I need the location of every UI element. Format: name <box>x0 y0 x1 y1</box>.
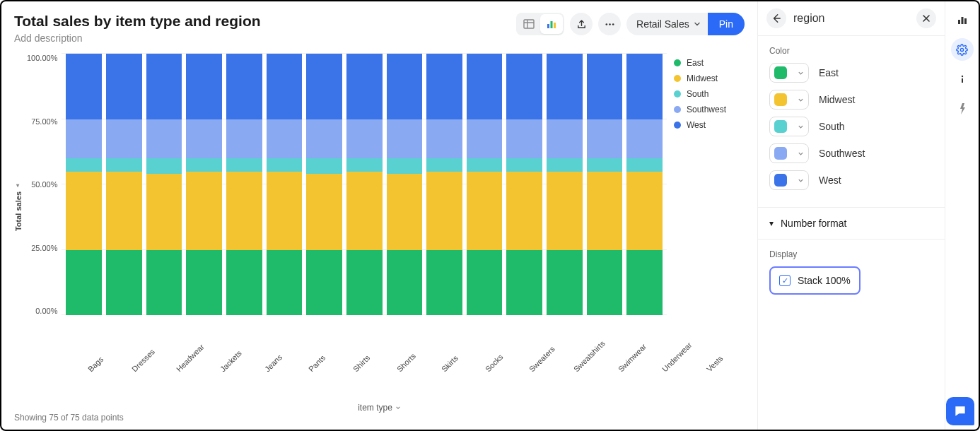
data-source-dropdown[interactable]: Retail Sales <box>626 13 708 35</box>
y-axis-ticks: 100.00%75.00%50.00%25.00%0.00% <box>23 54 62 315</box>
color-name: South <box>819 121 845 132</box>
color-picker[interactable] <box>769 143 809 163</box>
svg-point-12 <box>961 76 962 77</box>
data-source-label: Retail Sales <box>636 18 689 30</box>
chevron-down-icon <box>694 20 701 28</box>
color-section-label: Color <box>769 46 933 56</box>
close-panel-button[interactable] <box>916 8 936 28</box>
color-picker[interactable] <box>769 170 809 190</box>
chevron-down-icon <box>395 405 401 411</box>
bar-sweaters[interactable] <box>467 54 503 315</box>
rail-info-button[interactable] <box>951 68 974 90</box>
rail-settings-button[interactable] <box>951 38 974 61</box>
checkbox-checked-icon: ✓ <box>779 275 791 286</box>
svg-rect-4 <box>551 21 553 28</box>
bar-shorts[interactable] <box>346 54 383 315</box>
bar-headwear[interactable] <box>146 54 182 315</box>
chart-view-button[interactable] <box>540 14 563 34</box>
data-point-count: Showing 75 of 75 data points <box>14 413 745 423</box>
svg-rect-13 <box>962 78 963 83</box>
bar-swimwear[interactable] <box>547 54 583 315</box>
chart-legend: EastMidwestSouthSouthwestWest <box>667 54 745 360</box>
bar-shirts[interactable] <box>306 54 342 315</box>
rail-chart-button[interactable] <box>951 8 974 31</box>
view-toggle <box>516 13 564 35</box>
description-placeholder[interactable]: Add description <box>14 33 261 44</box>
color-picker[interactable] <box>769 63 809 83</box>
svg-point-8 <box>612 23 614 25</box>
svg-rect-11 <box>964 18 967 24</box>
chevron-down-icon: ▾ <box>769 218 774 228</box>
rail-actions-button[interactable] <box>951 98 974 120</box>
color-assignment-row: East <box>769 63 933 83</box>
y-axis-label: Total sales <box>14 182 23 231</box>
config-panel: region Color EastMidwestSouthSouthwestWe… <box>757 1 945 430</box>
bar-bags[interactable] <box>66 54 102 315</box>
bar-dresses[interactable] <box>106 54 142 315</box>
chart-plot <box>62 54 667 315</box>
display-section-label: Display <box>769 249 933 259</box>
svg-point-6 <box>605 23 607 25</box>
svg-point-7 <box>609 23 611 25</box>
more-options-button[interactable] <box>598 13 621 35</box>
svg-rect-5 <box>554 23 556 28</box>
color-assignment-row: West <box>769 170 933 190</box>
color-name: East <box>819 67 839 78</box>
share-button[interactable] <box>570 13 593 35</box>
bar-socks[interactable] <box>426 54 462 315</box>
chat-widget[interactable] <box>946 397 974 425</box>
color-name: Midwest <box>819 94 855 105</box>
right-rail <box>945 1 979 430</box>
legend-item[interactable]: South <box>674 89 745 99</box>
bar-vests[interactable] <box>626 54 663 315</box>
svg-rect-9 <box>958 20 960 24</box>
x-axis-label[interactable]: item type <box>14 403 745 413</box>
color-assignment-row: Southwest <box>769 143 933 163</box>
bar-skirts[interactable] <box>387 54 423 315</box>
color-assignment-row: South <box>769 117 933 136</box>
page-title: Total sales by item type and region <box>14 13 261 30</box>
stack-100-checkbox[interactable]: ✓ Stack 100% <box>769 266 861 295</box>
svg-rect-10 <box>961 17 963 24</box>
legend-item[interactable]: Southwest <box>674 105 745 114</box>
x-axis-ticks: BagsDressesHeadwearJacketsJeansPantsShir… <box>78 360 745 403</box>
source-pin-control: Retail Sales Pin <box>626 13 745 35</box>
panel-title: region <box>793 12 909 25</box>
bar-sweatshirts[interactable] <box>506 54 542 315</box>
legend-item[interactable]: West <box>674 120 745 130</box>
back-button[interactable] <box>766 8 786 28</box>
color-picker[interactable] <box>769 117 809 136</box>
color-name: Southwest <box>819 148 865 159</box>
bar-jackets[interactable] <box>186 54 222 315</box>
svg-rect-3 <box>547 24 549 28</box>
bar-underwear[interactable] <box>587 54 623 315</box>
legend-item[interactable]: Midwest <box>674 73 745 83</box>
color-assignment-row: Midwest <box>769 90 933 110</box>
svg-rect-0 <box>524 20 534 28</box>
table-view-button[interactable] <box>518 14 540 34</box>
bar-jeans[interactable] <box>226 54 262 315</box>
pin-button[interactable]: Pin <box>708 13 745 35</box>
color-picker[interactable] <box>769 90 809 110</box>
color-name: West <box>819 175 841 186</box>
bar-pants[interactable] <box>267 54 303 315</box>
legend-item[interactable]: East <box>674 58 745 68</box>
number-format-toggle[interactable]: ▾ Number format <box>769 218 933 229</box>
